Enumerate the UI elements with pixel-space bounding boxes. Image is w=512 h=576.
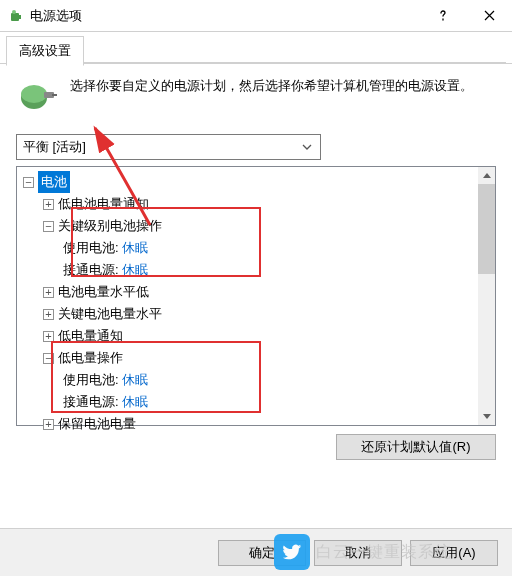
scrollbar[interactable] [478, 167, 495, 425]
svg-point-4 [21, 85, 47, 103]
tree-item[interactable]: +低电量通知 [23, 325, 495, 347]
collapse-icon[interactable]: − [43, 353, 54, 364]
watermark-icon [274, 534, 310, 570]
setting-value[interactable]: 休眠 [122, 237, 148, 259]
svg-point-2 [12, 10, 16, 14]
restore-defaults-button[interactable]: 还原计划默认值(R) [336, 434, 496, 460]
tree-item[interactable]: +关键电池电量水平 [23, 303, 495, 325]
tree-item[interactable]: +电池电量水平低 [23, 281, 495, 303]
tree-setting[interactable]: 接通电源: 休眠 [23, 391, 495, 413]
watermark-text: 白云一键重装系统 [316, 542, 452, 563]
power-plan-icon [8, 8, 24, 24]
expand-icon[interactable]: + [43, 331, 54, 342]
svg-rect-1 [19, 15, 21, 19]
scroll-down-icon[interactable] [478, 408, 495, 425]
power-icon [16, 76, 58, 118]
plan-select[interactable]: 平衡 [活动] [16, 134, 321, 160]
description-text: 选择你要自定义的电源计划，然后选择你希望计算机管理的电源设置。 [70, 76, 473, 118]
tab-strip: 高级设置 [0, 32, 512, 64]
tree-item[interactable]: +保留电池电量 [23, 413, 495, 435]
expand-icon[interactable]: + [43, 199, 54, 210]
close-button[interactable] [466, 0, 512, 32]
tree-setting[interactable]: 使用电池: 休眠 [23, 237, 495, 259]
tree-item[interactable]: −低电量操作 [23, 347, 495, 369]
collapse-icon[interactable]: − [23, 177, 34, 188]
setting-value[interactable]: 休眠 [122, 259, 148, 281]
help-button[interactable] [420, 0, 466, 32]
tab-advanced-settings[interactable]: 高级设置 [6, 36, 84, 66]
svg-rect-6 [52, 94, 57, 96]
tab-content: 选择你要自定义的电源计划，然后选择你希望计算机管理的电源设置。 平衡 [活动] … [0, 64, 512, 472]
expand-icon[interactable]: + [43, 287, 54, 298]
watermark: 白云一键重装系统 [274, 534, 452, 570]
chevron-down-icon [298, 136, 316, 158]
scroll-track[interactable] [478, 184, 495, 408]
plan-select-value: 平衡 [活动] [23, 138, 298, 156]
settings-tree: −电池 +低电池电量通知 −关键级别电池操作 使用电池: 休眠 接通电源: 休眠… [16, 166, 496, 426]
setting-value[interactable]: 休眠 [122, 369, 148, 391]
scroll-up-icon[interactable] [478, 167, 495, 184]
scroll-thumb[interactable] [478, 184, 495, 274]
window-title: 电源选项 [30, 7, 420, 25]
setting-value[interactable]: 休眠 [122, 391, 148, 413]
tree-item-battery[interactable]: −电池 [23, 171, 495, 193]
expand-icon[interactable]: + [43, 419, 54, 430]
tree-setting[interactable]: 使用电池: 休眠 [23, 369, 495, 391]
expand-icon[interactable]: + [43, 309, 54, 320]
collapse-icon[interactable]: − [43, 221, 54, 232]
tree-setting[interactable]: 接通电源: 休眠 [23, 259, 495, 281]
title-bar: 电源选项 [0, 0, 512, 32]
svg-rect-0 [11, 13, 19, 21]
tree-item[interactable]: +低电池电量通知 [23, 193, 495, 215]
tree-item[interactable]: −关键级别电池操作 [23, 215, 495, 237]
